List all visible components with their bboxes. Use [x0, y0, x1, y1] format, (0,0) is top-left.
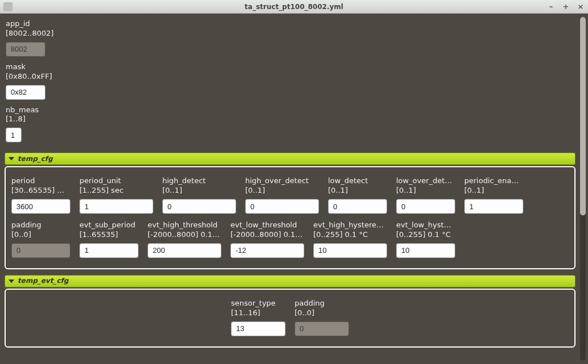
- field-app-id: app_id [8002..8002]: [6, 19, 574, 57]
- field-label: app_id: [6, 19, 574, 29]
- field-range: [1..8]: [6, 115, 574, 124]
- content-pane: app_id [8002..8002] mask [0x80..0xFF] nb…: [5, 16, 579, 362]
- period-input[interactable]: [11, 199, 70, 214]
- group-header-temp-cfg[interactable]: temp_cfg: [5, 153, 576, 165]
- cell-label: sensor_type: [231, 299, 285, 308]
- cell-label: periodic_ena…: [464, 176, 523, 186]
- high-detect-input[interactable]: [162, 199, 236, 214]
- app-id-input: [6, 42, 45, 57]
- field-mask: mask [0x80..0xFF]: [6, 62, 574, 100]
- cell-range: [-2000..8000] 0.1…: [148, 230, 221, 240]
- cell-label: high_over_detect: [245, 176, 319, 186]
- cell-evt-high-hysteresis: evt_high_hystere… [0..255] 0.1 °C: [313, 221, 387, 258]
- cell-label: padding: [11, 221, 70, 230]
- cell-padding: padding [0..0]: [11, 221, 70, 258]
- close-button[interactable]: ×: [576, 2, 586, 12]
- field-label: nb_meas: [6, 105, 574, 115]
- low-detect-input[interactable]: [328, 199, 387, 214]
- periodic-enable-input[interactable]: [464, 199, 523, 214]
- cell-label: low_detect: [328, 176, 387, 186]
- center-row: sensor_type [11..16] padding [0..0]: [11, 299, 569, 336]
- group-title: temp_cfg: [18, 155, 53, 164]
- evt-low-threshold-input[interactable]: [230, 243, 304, 258]
- group-body-temp-cfg: period [30..65535] … period_unit [1..255…: [5, 166, 576, 269]
- cell-evt-sub-period: evt_sub_period [1..65535]: [79, 221, 138, 258]
- padding-2-input: [295, 321, 349, 336]
- cell-label: evt_high_hystere…: [313, 221, 387, 230]
- client-area: app_id [8002..8002] mask [0x80..0xFF] nb…: [0, 14, 588, 364]
- cell-high-over-detect: high_over_detect [0..1]: [245, 176, 319, 214]
- period-unit-input[interactable]: [79, 199, 153, 214]
- cell-sensor-type: sensor_type [11..16]: [231, 299, 285, 336]
- cell-range: [0..1]: [245, 186, 319, 196]
- cell-low-detect: low_detect [0..1]: [328, 176, 387, 214]
- cell-range: [1..65535]: [79, 230, 138, 240]
- vertical-scrollbar[interactable]: [579, 16, 587, 362]
- app-window: ta_struct_pt100_8002.yml – + × app_id [8…: [0, 0, 588, 364]
- cell-label: padding: [295, 299, 349, 308]
- top-fields: app_id [8002..8002] mask [0x80..0xFF] nb…: [5, 16, 576, 151]
- minimize-button[interactable]: –: [546, 2, 556, 12]
- nb-meas-input[interactable]: [6, 128, 22, 142]
- evt-high-threshold-input[interactable]: [148, 243, 221, 258]
- group-header-temp-evt-cfg[interactable]: temp_evt_cfg: [5, 275, 576, 287]
- cell-label: evt_low_threshold: [230, 221, 304, 230]
- cell-evt-high-threshold: evt_high_threshold [-2000..8000] 0.1…: [148, 221, 221, 258]
- field-range: [0x80..0xFF]: [6, 72, 574, 82]
- titlebar: ta_struct_pt100_8002.yml – + ×: [0, 0, 588, 14]
- field-range: [8002..8002]: [6, 29, 574, 39]
- group-temp-cfg: temp_cfg period [30..65535] … period_uni…: [5, 153, 576, 269]
- cell-range: [0..0]: [11, 230, 70, 240]
- cell-evt-low-threshold: evt_low_threshold [-2000..8000] 0.1…: [230, 221, 304, 258]
- cell-low-over-detect: low_over_det… [0..1]: [396, 176, 455, 214]
- group-title: temp_evt_cfg: [18, 277, 69, 286]
- cell-label: evt_sub_period: [79, 221, 138, 230]
- evt-high-hysteresis-input[interactable]: [313, 243, 387, 258]
- group-body-temp-evt-cfg: sensor_type [11..16] padding [0..0]: [5, 289, 576, 348]
- low-over-detect-input[interactable]: [396, 199, 455, 214]
- cell-range: [11..16]: [231, 308, 285, 318]
- group-temp-evt-cfg: temp_evt_cfg sensor_type [11..16] paddin…: [5, 275, 576, 348]
- cell-label: high_detect: [162, 176, 236, 186]
- cell-high-detect: high_detect [0..1]: [162, 176, 236, 214]
- cell-range: [0..255] 0.1 °C: [313, 230, 387, 240]
- cell-range: [0..255] 0.1 °C: [396, 230, 455, 240]
- cell-period: period [30..65535] …: [11, 176, 70, 214]
- scrollbar-thumb[interactable]: [580, 17, 586, 215]
- field-label: mask: [6, 62, 574, 72]
- cell-range: [0..1]: [328, 186, 387, 196]
- app-icon: [3, 2, 12, 11]
- evt-sub-period-input[interactable]: [79, 243, 138, 258]
- cell-range: [30..65535] …: [11, 186, 70, 196]
- cell-range: [1..255] sec: [79, 186, 153, 196]
- cell-label: evt_high_threshold: [148, 221, 221, 230]
- field-nb-meas: nb_meas [1..8]: [6, 105, 574, 143]
- cell-label: period_unit: [79, 176, 153, 186]
- padding-input: [11, 243, 70, 258]
- cell-evt-low-hysteresis: evt_low_hystere… [0..255] 0.1 °C: [396, 221, 455, 258]
- cell-range: [0..1]: [162, 186, 236, 196]
- cell-label: low_over_det…: [396, 176, 455, 186]
- maximize-button[interactable]: +: [561, 2, 571, 12]
- sensor-type-input[interactable]: [231, 321, 285, 336]
- mask-input[interactable]: [6, 85, 45, 100]
- high-over-detect-input[interactable]: [245, 199, 319, 214]
- cell-period-unit: period_unit [1..255] sec: [79, 176, 153, 214]
- cell-range: [0..1]: [464, 186, 523, 196]
- cell-range: [0..1]: [396, 186, 455, 196]
- cell-label: period: [11, 176, 70, 186]
- expand-collapse-icon: [9, 280, 14, 283]
- window-controls: – + ×: [546, 2, 586, 12]
- cell-padding-2: padding [0..0]: [295, 299, 349, 336]
- expand-collapse-icon: [9, 157, 14, 160]
- cell-periodic-enable: periodic_ena… [0..1]: [464, 176, 523, 214]
- cell-label: evt_low_hystere…: [396, 221, 455, 230]
- window-title: ta_struct_pt100_8002.yml: [245, 3, 343, 11]
- cell-range: [0..0]: [295, 308, 349, 318]
- evt-low-hysteresis-input[interactable]: [396, 243, 455, 258]
- cell-range: [-2000..8000] 0.1…: [230, 230, 304, 240]
